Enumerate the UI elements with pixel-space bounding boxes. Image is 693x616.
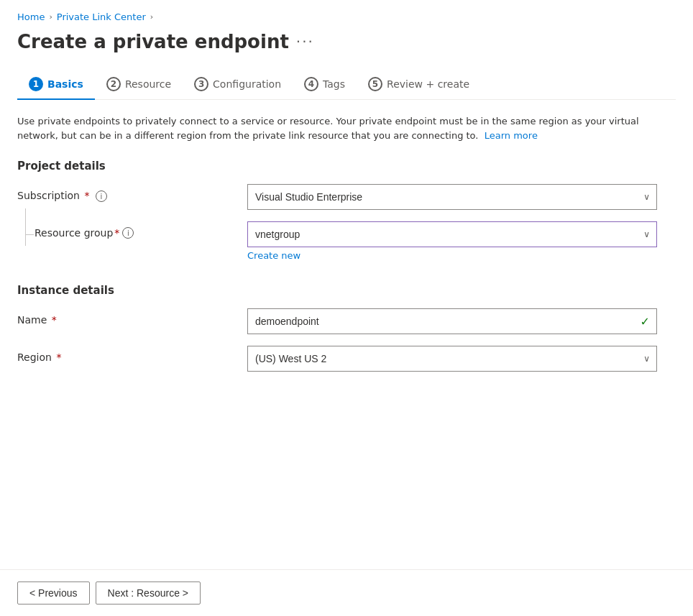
region-required: * [56, 351, 61, 363]
resource-group-label-col: Resource group * i [17, 221, 247, 253]
resource-group-control: vnetgroup ∨ Create new [247, 221, 657, 261]
breadcrumb-home[interactable]: Home [17, 12, 45, 22]
resource-group-select[interactable]: vnetgroup [247, 221, 657, 247]
instance-details-section: Instance details Name * ✓ Region * [17, 284, 676, 383]
next-button-label: Next : Resource > [108, 587, 188, 599]
subscription-required: * [84, 190, 89, 201]
footer-bar: < Previous Next : Resource > [0, 569, 693, 616]
breadcrumb-sep-1: › [49, 12, 52, 22]
subscription-row: Subscription * i Visual Studio Enterpris… [17, 184, 676, 210]
resource-group-info-icon[interactable]: i [122, 227, 134, 239]
tab-configuration-label: Configuration [213, 78, 281, 90]
indent-connector [17, 227, 35, 253]
info-banner: Use private endpoints to privately conne… [17, 114, 664, 142]
connector-vertical [25, 208, 26, 246]
tab-review-label: Review + create [387, 78, 469, 90]
breadcrumb-sep-2: › [150, 12, 153, 22]
page-title-row: Create a private endpoint ··· [17, 31, 676, 52]
create-new-link[interactable]: Create new [247, 250, 657, 261]
subscription-control: Visual Studio Enterprise ∨ [247, 184, 657, 210]
region-row: Region * (US) West US 2 ∨ [17, 346, 676, 372]
page-title: Create a private endpoint [17, 31, 289, 52]
connector-horizontal [25, 234, 34, 235]
tab-review-create[interactable]: 5 Review + create [357, 70, 481, 100]
tab-basics-label: Basics [47, 78, 83, 90]
tab-configuration-number: 3 [194, 77, 208, 91]
tab-basics-number: 1 [29, 77, 43, 91]
subscription-select-wrapper: Visual Studio Enterprise ∨ [247, 184, 657, 210]
learn-more-link[interactable]: Learn more [485, 130, 538, 141]
region-label-col: Region * [17, 346, 247, 363]
name-input[interactable] [247, 308, 657, 334]
tab-tags[interactable]: 4 Tags [293, 70, 357, 100]
name-label-col: Name * [17, 308, 247, 326]
tab-configuration[interactable]: 3 Configuration [183, 70, 293, 100]
name-control: ✓ [247, 308, 657, 334]
region-label: Region [17, 351, 52, 363]
breadcrumb-private-link-center[interactable]: Private Link Center [57, 12, 146, 22]
region-select[interactable]: (US) West US 2 [247, 346, 657, 372]
tab-resource-label: Resource [125, 78, 171, 90]
project-details-title: Project details [17, 160, 676, 173]
name-row: Name * ✓ [17, 308, 676, 334]
subscription-info-icon[interactable]: i [96, 190, 107, 202]
instance-details-title: Instance details [17, 284, 676, 297]
next-button[interactable]: Next : Resource > [96, 581, 201, 604]
tab-resource-number: 2 [106, 77, 121, 91]
name-check-icon: ✓ [641, 315, 650, 328]
name-input-wrapper: ✓ [247, 308, 657, 334]
subscription-label: Subscription [17, 190, 80, 201]
tab-tags-number: 4 [304, 77, 318, 91]
subscription-select[interactable]: Visual Studio Enterprise [247, 184, 657, 210]
project-details-section: Project details Subscription * i Visual … [17, 160, 676, 264]
tab-review-number: 5 [368, 77, 382, 91]
resource-group-row: Resource group * i vnetgroup ∨ Create ne… [17, 221, 676, 261]
tab-basics[interactable]: 1 Basics [17, 70, 95, 100]
name-required: * [52, 314, 57, 326]
previous-button[interactable]: < Previous [17, 581, 90, 604]
resource-group-label: Resource group [35, 227, 113, 239]
tab-tags-label: Tags [323, 78, 345, 90]
resource-group-select-wrapper: vnetgroup ∨ [247, 221, 657, 247]
info-banner-text: Use private endpoints to privately conne… [17, 116, 639, 141]
region-control: (US) West US 2 ∨ [247, 346, 657, 372]
region-select-wrapper: (US) West US 2 ∨ [247, 346, 657, 372]
subscription-label-col: Subscription * i [17, 184, 247, 202]
name-label: Name [17, 314, 47, 326]
resource-group-required: * [114, 227, 119, 239]
breadcrumb: Home › Private Link Center › [17, 12, 676, 22]
title-options-icon[interactable]: ··· [296, 33, 314, 50]
previous-button-label: < Previous [29, 587, 78, 599]
tabs-container: 1 Basics 2 Resource 3 Configuration 4 Ta… [17, 70, 676, 100]
tab-resource[interactable]: 2 Resource [95, 70, 183, 100]
